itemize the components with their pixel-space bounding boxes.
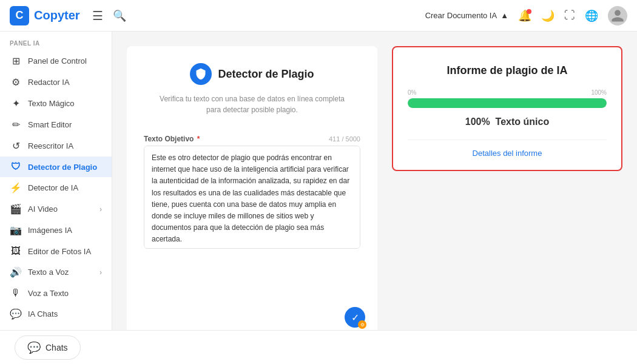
progress-labels: 0% 100% <box>408 89 607 96</box>
progress-container: 0% 100% <box>408 89 607 108</box>
char-count: 411 / 5000 <box>329 135 360 143</box>
sidebar-label-texto-voz: Texto a Voz <box>28 268 93 277</box>
chats-label: Chats <box>46 343 68 352</box>
sidebar-icon-detector-ia: ⚡ <box>10 182 22 194</box>
sidebar-label-voz-texto: Voz a Texto <box>28 289 102 298</box>
sidebar-item-voz-texto[interactable]: 🎙 Voz a Texto <box>0 283 112 303</box>
chevron-icon: › <box>99 205 102 214</box>
result-panel: Informe de plagio de IA 0% 100% 100% Tex… <box>392 46 622 315</box>
sidebar-label-texto-magico: Texto Mágico <box>28 99 102 108</box>
form-subtitle: Verifica tu texto con una base de datos … <box>155 93 349 115</box>
result-card: Informe de plagio de IA 0% 100% 100% Tex… <box>392 46 622 171</box>
search-icon[interactable]: 🔍 <box>113 9 126 22</box>
sidebar-item-editor-fotos-ia[interactable]: 🖼 Editor de Fotos IA <box>0 241 112 261</box>
sidebar-item-vision-ai[interactable]: 🌐 Vision AI <box>0 325 112 330</box>
sidebar-item-ia-chats[interactable]: 💬 IA Chats <box>0 303 112 325</box>
sidebar-item-smart-editor[interactable]: ✏ Smart Editor <box>0 114 112 135</box>
sidebar-label-ai-video: AI Video <box>28 204 93 214</box>
score-text: Texto único <box>496 116 550 127</box>
sidebar-label-ia-chats: IA Chats <box>28 309 102 318</box>
header-right: Crear Documento IA ▲ 🔔 🌙 ⛶ 🌐 <box>425 6 627 25</box>
sidebar-label-editor-fotos-ia: Editor de Fotos IA <box>28 247 102 256</box>
gear-indicator: ⚙ <box>358 320 366 329</box>
chats-button[interactable]: 💬 Chats <box>15 335 81 360</box>
sidebar-item-ai-video[interactable]: 🎬 AI Video › <box>0 198 112 220</box>
text-objetivo-input[interactable] <box>144 146 360 249</box>
sidebar-icon-detector-plagio: 🛡 <box>10 161 22 172</box>
fullscreen-button[interactable]: ⛶ <box>564 9 575 22</box>
field-label: Texto Objetivo * 411 / 5000 <box>144 135 360 143</box>
sidebar-item-imagenes-ia[interactable]: 📷 Imágenes IA <box>0 220 112 241</box>
crear-documento-button[interactable]: Crear Documento IA ▲ <box>425 11 508 20</box>
main-content: Detector de Plagio Verifica tu texto con… <box>112 32 637 330</box>
details-link[interactable]: Detalles del informe <box>408 140 607 158</box>
sidebar-item-redactor-ia[interactable]: ⚙ Redactor IA <box>0 72 112 93</box>
progress-bar-fill <box>408 98 607 108</box>
result-score: 100% Texto único <box>408 116 607 127</box>
form-panel: Detector de Plagio Verifica tu texto con… <box>127 46 377 330</box>
notifications-button[interactable]: 🔔 <box>518 9 531 22</box>
sidebar-item-texto-magico[interactable]: ✦ Texto Mágico <box>0 93 112 114</box>
required-marker: * <box>197 135 200 143</box>
sidebar-icon-imagenes-ia: 📷 <box>10 224 22 236</box>
bottom-bar: 💬 Chats <box>0 330 637 364</box>
sidebar-label-detector-plagio: Detector de Plagio <box>28 163 102 172</box>
result-title: Informe de plagio de IA <box>408 64 607 77</box>
sidebar-icon-smart-editor: ✏ <box>10 119 22 130</box>
sidebar-icon-voz-texto: 🎙 <box>10 288 22 298</box>
chat-icon: 💬 <box>27 341 41 354</box>
logo-text: Copyter <box>34 8 80 22</box>
sidebar-label-panel-control: Panel de Control <box>28 56 102 66</box>
avatar[interactable] <box>608 6 627 25</box>
sidebar-icon-ai-video: 🎬 <box>10 203 22 215</box>
layout: PANEL IA ⊞ Panel de Control ⚙ Redactor I… <box>0 32 637 330</box>
form-footer: ✓ ⚙ <box>345 307 365 328</box>
sidebar-icon-reescritor-ia: ↺ <box>10 140 22 152</box>
sidebar-section-label: PANEL IA <box>0 32 112 50</box>
menu-icon[interactable]: ☰ <box>92 8 103 23</box>
form-header: Detector de Plagio Verifica tu texto con… <box>144 63 360 115</box>
submit-button[interactable]: ✓ ⚙ <box>345 307 365 328</box>
sidebar-label-detector-ia: Detector de IA <box>28 183 102 192</box>
logo-box: C <box>10 6 29 25</box>
header: C Copyter ☰ 🔍 Crear Documento IA ▲ 🔔 🌙 ⛶… <box>0 0 637 32</box>
sidebar-icon-panel-control: ⊞ <box>10 55 22 67</box>
sidebar-icon-vision-ai: 🌐 <box>10 329 22 330</box>
sidebar-item-panel-control[interactable]: ⊞ Panel de Control <box>0 50 112 72</box>
chevron-icon: › <box>99 268 102 277</box>
sidebar-icon-redactor-ia: ⚙ <box>10 76 22 88</box>
sidebar: PANEL IA ⊞ Panel de Control ⚙ Redactor I… <box>0 32 112 330</box>
sidebar-label-redactor-ia: Redactor IA <box>28 78 102 87</box>
sidebar-icon-texto-magico: ✦ <box>10 98 22 109</box>
sidebar-item-detector-plagio[interactable]: 🛡 Detector de Plagio <box>0 157 112 177</box>
form-title: Detector de Plagio <box>218 68 314 81</box>
logo: C Copyter <box>10 6 80 25</box>
sidebar-icon-editor-fotos-ia: 🖼 <box>10 246 22 257</box>
score-value: 100% <box>465 116 490 127</box>
sidebar-item-reescritor-ia[interactable]: ↺ Reescritor IA <box>0 135 112 157</box>
sidebar-label-smart-editor: Smart Editor <box>28 120 102 129</box>
sidebar-icon-ia-chats: 💬 <box>10 308 22 320</box>
sidebar-label-imagenes-ia: Imágenes IA <box>28 226 102 235</box>
notification-dot <box>527 9 531 14</box>
sidebar-item-detector-ia[interactable]: ⚡ Detector de IA <box>0 177 112 198</box>
sidebar-icon-texto-voz: 🔊 <box>10 266 22 278</box>
language-button[interactable]: 🌐 <box>585 9 598 22</box>
dark-mode-button[interactable]: 🌙 <box>541 9 554 22</box>
progress-bar-bg <box>408 98 607 108</box>
sidebar-item-texto-voz[interactable]: 🔊 Texto a Voz › <box>0 261 112 283</box>
sidebar-label-reescritor-ia: Reescritor IA <box>28 141 102 150</box>
form-header-icon <box>190 63 212 85</box>
